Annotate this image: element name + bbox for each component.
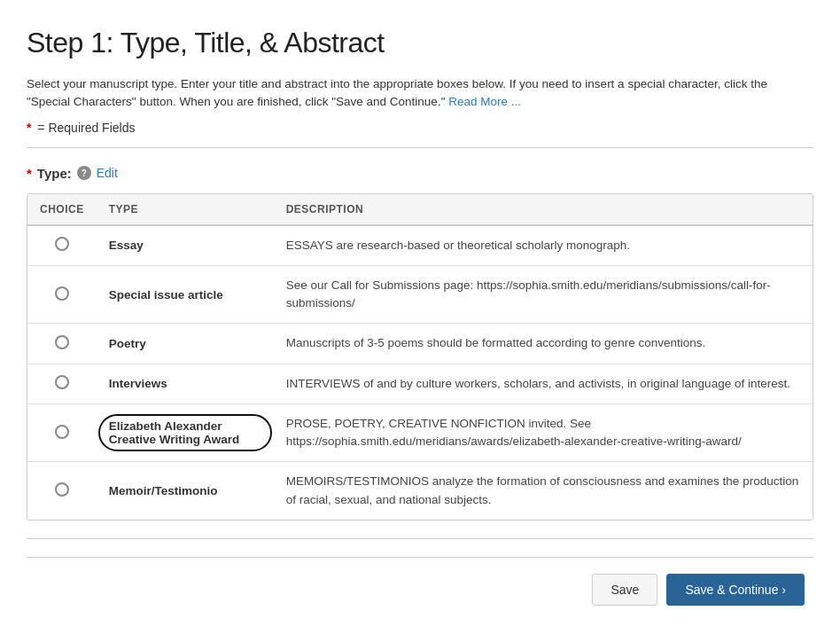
radio-memoir[interactable]: [55, 482, 69, 497]
instructions-body: Select your manuscript type. Enter your …: [27, 77, 767, 108]
radio-interviews[interactable]: [55, 375, 69, 389]
type-label: Type:: [37, 166, 72, 181]
col-header-choice: CHOICE: [27, 194, 97, 225]
required-star: *: [27, 121, 31, 135]
type-label-special-issue: Special issue article: [97, 265, 274, 324]
desc-essay: ESSAYS are research-based or theoretical…: [274, 225, 813, 266]
radio-elizabeth-alexander[interactable]: [55, 425, 69, 439]
col-header-description: DESCRIPTION: [274, 194, 813, 225]
page-title: Step 1: Type, Title, & Abstract: [27, 27, 813, 59]
type-section-label: * Type: ? Edit: [27, 166, 813, 181]
table-row: InterviewsINTERVIEWS of and by culture w…: [27, 364, 813, 403]
table-row: EssayESSAYS are research-based or theore…: [27, 225, 813, 266]
table-row: Memoir/TestimonioMEMOIRS/TESTIMONIOS ana…: [27, 462, 813, 520]
desc-special-issue: See our Call for Submissions page: https…: [274, 265, 813, 324]
desc-memoir: MEMOIRS/TESTIMONIOS analyze the formatio…: [274, 462, 813, 520]
save-continue-button[interactable]: Save & Continue ›: [666, 574, 805, 606]
instructions-text: Select your manuscript type. Enter your …: [27, 75, 813, 112]
type-table: CHOICE TYPE DESCRIPTION EssayESSAYS are …: [27, 194, 813, 520]
bottom-divider: [27, 538, 813, 539]
radio-special-issue[interactable]: [55, 286, 69, 301]
edit-link[interactable]: Edit: [97, 166, 118, 180]
desc-poetry: Manuscripts of 3-5 poems should be forma…: [274, 324, 813, 364]
required-fields-label: = Required Fields: [37, 121, 135, 135]
type-required-star: *: [27, 166, 32, 181]
required-note: * = Required Fields: [27, 121, 813, 135]
radio-essay[interactable]: [55, 237, 69, 251]
desc-elizabeth-alexander: PROSE, POETRY, CREATIVE NONFICTION invit…: [274, 403, 813, 462]
page-container: Step 1: Type, Title, & Abstract Select y…: [0, 0, 840, 623]
radio-poetry[interactable]: [55, 335, 69, 349]
read-more-link[interactable]: Read More ...: [448, 95, 521, 108]
table-row: Special issue articleSee our Call for Su…: [27, 265, 813, 324]
help-icon[interactable]: ?: [77, 166, 91, 180]
table-row: PoetryManuscripts of 3-5 poems should be…: [27, 324, 813, 364]
type-label-poetry: Poetry: [97, 324, 274, 364]
table-header-row: CHOICE TYPE DESCRIPTION: [27, 194, 813, 225]
top-divider: [27, 147, 813, 148]
save-button[interactable]: Save: [592, 574, 657, 606]
type-label-elizabeth-alexander: Elizabeth Alexander Creative Writing Awa…: [97, 403, 274, 462]
type-label-memoir: Memoir/Testimonio: [97, 462, 274, 520]
col-header-type: TYPE: [97, 194, 274, 225]
highlighted-type-wrapper: Elizabeth Alexander Creative Writing Awa…: [109, 419, 261, 446]
table-row: Elizabeth Alexander Creative Writing Awa…: [27, 403, 813, 462]
desc-interviews: INTERVIEWS of and by culture workers, sc…: [274, 364, 813, 403]
type-table-wrapper: CHOICE TYPE DESCRIPTION EssayESSAYS are …: [27, 193, 813, 521]
type-label-essay: Essay: [97, 225, 274, 266]
type-label-interviews: Interviews: [97, 364, 274, 403]
bottom-bar: Save Save & Continue ›: [27, 557, 813, 606]
